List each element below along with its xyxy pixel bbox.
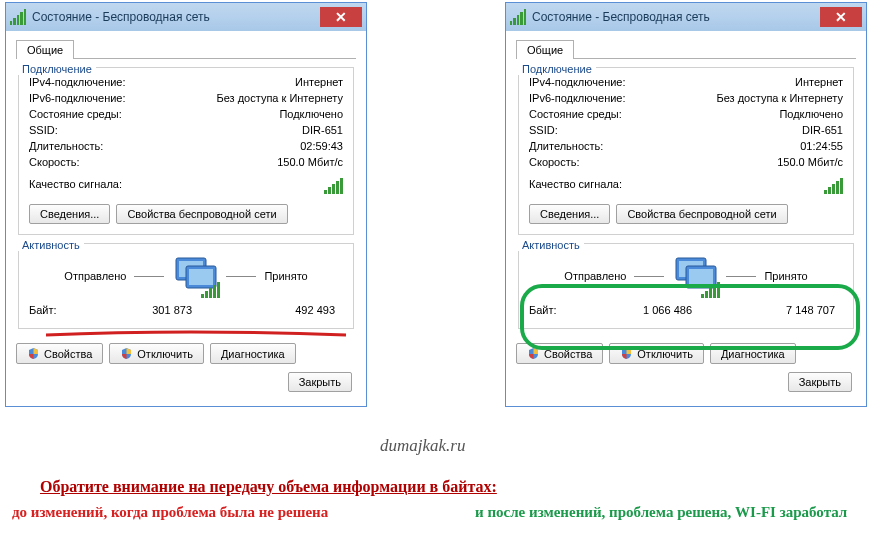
status-window-before: Состояние - Беспроводная сеть ✕ Общие По… bbox=[5, 2, 367, 407]
ssid-value: DIR-651 bbox=[302, 124, 343, 136]
ipv6-label: IPv6-подключение: bbox=[29, 92, 126, 104]
properties-button[interactable]: Свойства bbox=[516, 343, 603, 364]
close-icon[interactable]: ✕ bbox=[320, 7, 362, 27]
wifi-icon bbox=[510, 9, 526, 25]
group-connection-title: Подключение bbox=[518, 63, 596, 75]
connection-group: IPv4-подключение:Интернет IPv6-подключен… bbox=[18, 67, 354, 235]
speed-label: Скорость: bbox=[529, 156, 580, 168]
shield-icon bbox=[27, 347, 40, 360]
details-button[interactable]: Сведения... bbox=[29, 204, 110, 224]
activity-group: Отправлено Принято Байт: 301 873 492 493 bbox=[18, 243, 354, 329]
bytes-received-value: 492 493 bbox=[232, 304, 343, 316]
speed-label: Скорость: bbox=[29, 156, 80, 168]
ipv6-value: Без доступа к Интернету bbox=[216, 92, 343, 104]
received-label: Принято bbox=[264, 270, 307, 282]
properties-button[interactable]: Свойства bbox=[16, 343, 103, 364]
wireless-properties-button[interactable]: Свойства беспроводной сети bbox=[116, 204, 287, 224]
media-label: Состояние среды: bbox=[529, 108, 622, 120]
titlebar[interactable]: Состояние - Беспроводная сеть ✕ bbox=[506, 3, 866, 31]
ipv4-label: IPv4-подключение: bbox=[529, 76, 626, 88]
bytes-sent-value: 301 873 bbox=[89, 304, 192, 316]
signal-bars-icon bbox=[824, 178, 843, 194]
ipv4-value: Интернет bbox=[295, 76, 343, 88]
tabstrip: Общие bbox=[16, 39, 356, 59]
caption-main: Обратите внимание на передачу объема инф… bbox=[40, 478, 497, 496]
tab-general[interactable]: Общие bbox=[16, 40, 74, 59]
window-title: Состояние - Беспроводная сеть bbox=[532, 10, 820, 24]
activity-signal-icon bbox=[201, 282, 220, 298]
close-button[interactable]: Закрыть bbox=[788, 372, 852, 392]
close-button[interactable]: Закрыть bbox=[288, 372, 352, 392]
window-title: Состояние - Беспроводная сеть bbox=[32, 10, 320, 24]
media-label: Состояние среды: bbox=[29, 108, 122, 120]
disable-button[interactable]: Отключить bbox=[609, 343, 704, 364]
tab-general[interactable]: Общие bbox=[516, 40, 574, 59]
close-icon[interactable]: ✕ bbox=[820, 7, 862, 27]
signal-bars-icon bbox=[324, 178, 343, 194]
bytes-label: Байт: bbox=[529, 304, 589, 316]
tabstrip: Общие bbox=[516, 39, 856, 59]
sent-label: Отправлено bbox=[64, 270, 126, 282]
caption-after: и после изменений, проблема решена, WI-F… bbox=[475, 502, 847, 522]
activity-monitor-icon bbox=[172, 256, 218, 296]
divider bbox=[726, 276, 756, 277]
diagnose-button[interactable]: Диагностика bbox=[710, 343, 796, 364]
duration-label: Длительность: bbox=[29, 140, 103, 152]
ssid-value: DIR-651 bbox=[802, 124, 843, 136]
ssid-label: SSID: bbox=[529, 124, 558, 136]
titlebar[interactable]: Состояние - Беспроводная сеть ✕ bbox=[6, 3, 366, 31]
media-value: Подключено bbox=[779, 108, 843, 120]
duration-value: 01:24:55 bbox=[800, 140, 843, 152]
speed-value: 150.0 Мбит/с bbox=[277, 156, 343, 168]
group-activity-title: Активность bbox=[18, 239, 84, 251]
watermark: dumajkak.ru bbox=[380, 436, 465, 456]
bytes-sent-value: 1 066 486 bbox=[589, 304, 692, 316]
ipv6-value: Без доступа к Интернету bbox=[716, 92, 843, 104]
shield-icon bbox=[620, 347, 633, 360]
duration-label: Длительность: bbox=[529, 140, 603, 152]
group-connection-title: Подключение bbox=[18, 63, 96, 75]
divider bbox=[634, 276, 664, 277]
signal-label: Качество сигнала: bbox=[529, 178, 622, 196]
signal-label: Качество сигнала: bbox=[29, 178, 122, 196]
bytes-label: Байт: bbox=[29, 304, 89, 316]
activity-group: Отправлено Принято Байт: 1 066 486 7 148… bbox=[518, 243, 854, 329]
disable-button[interactable]: Отключить bbox=[109, 343, 204, 364]
media-value: Подключено bbox=[279, 108, 343, 120]
annotation-red-underline bbox=[16, 329, 356, 339]
diagnose-button[interactable]: Диагностика bbox=[210, 343, 296, 364]
wireless-properties-button[interactable]: Свойства беспроводной сети bbox=[616, 204, 787, 224]
speed-value: 150.0 Мбит/с bbox=[777, 156, 843, 168]
shield-icon bbox=[527, 347, 540, 360]
bytes-received-value: 7 148 707 bbox=[732, 304, 843, 316]
sent-label: Отправлено bbox=[564, 270, 626, 282]
activity-monitor-icon bbox=[672, 256, 718, 296]
duration-value: 02:59:43 bbox=[300, 140, 343, 152]
caption-before: до изменений, когда проблема была не реш… bbox=[12, 502, 328, 522]
ipv4-label: IPv4-подключение: bbox=[29, 76, 126, 88]
ipv4-value: Интернет bbox=[795, 76, 843, 88]
shield-icon bbox=[120, 347, 133, 360]
details-button[interactable]: Сведения... bbox=[529, 204, 610, 224]
ssid-label: SSID: bbox=[29, 124, 58, 136]
group-activity-title: Активность bbox=[518, 239, 584, 251]
divider bbox=[226, 276, 256, 277]
ipv6-label: IPv6-подключение: bbox=[529, 92, 626, 104]
divider bbox=[134, 276, 164, 277]
wifi-icon bbox=[10, 9, 26, 25]
activity-signal-icon bbox=[701, 282, 720, 298]
status-window-after: Состояние - Беспроводная сеть ✕ Общие По… bbox=[505, 2, 867, 407]
received-label: Принято bbox=[764, 270, 807, 282]
connection-group: IPv4-подключение:Интернет IPv6-подключен… bbox=[518, 67, 854, 235]
